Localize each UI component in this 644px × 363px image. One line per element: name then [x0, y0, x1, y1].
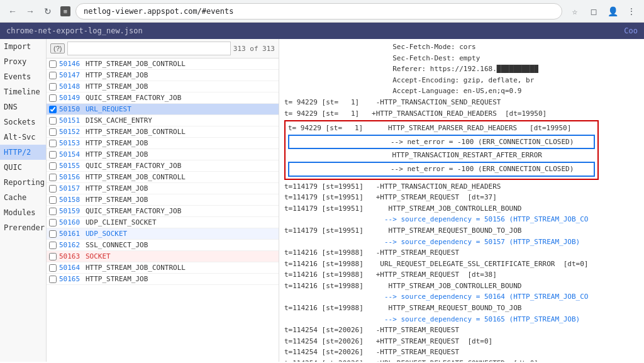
event-id-50157: 50157 — [59, 184, 83, 193]
event-id-50158: 50158 — [59, 196, 83, 204]
file-title: chrome-net-export-log_new.json — [6, 26, 143, 35]
event-name-50161: UDP_SOCKET — [86, 230, 127, 238]
event-50164[interactable]: 50164 HTTP_STREAM_JOB_CONTROLL — [47, 262, 279, 274]
detail-line-13: t=114179 [st=19951] +HTTP_STREAM_REQUEST… — [284, 192, 639, 203]
checkbox-50155[interactable] — [49, 162, 57, 170]
event-50149[interactable]: 50149 QUIC_STREAM_FACTORY_JOB — [47, 92, 279, 104]
sidebar-item-events[interactable]: Events — [0, 69, 46, 84]
checkbox-50148[interactable] — [49, 83, 57, 91]
event-id-50163: 50163 — [59, 252, 83, 260]
event-50156[interactable]: 50156 HTTP_STREAM_JOB_CONTROLL — [47, 172, 279, 183]
event-50165[interactable]: 50165 HTTP_STREAM_JOB — [47, 274, 279, 285]
event-id-50155: 50155 — [59, 162, 83, 170]
event-name-50146: HTTP_STREAM_JOB_CONTROLL — [86, 60, 186, 68]
detail-line-5: Accept-Language: en-US,en;q=0.9 — [284, 86, 639, 97]
checkbox-50154[interactable] — [49, 151, 57, 159]
title-bar-link[interactable]: Coo — [624, 26, 638, 35]
detail-line-10: HTTP_TRANSACTION_RESTART_AFTER_ERROR — [288, 150, 595, 161]
checkbox-50146[interactable] — [49, 60, 57, 68]
detail-line-9: --> net_error = -100 (ERR_CONNECTION_CLO… — [291, 137, 592, 148]
checkbox-50150[interactable] — [49, 106, 57, 113]
reload-button[interactable]: ↻ — [40, 4, 55, 19]
event-50159[interactable]: 50159 QUIC_STREAM_FACTORY_JOB — [47, 206, 279, 217]
content-area: (?) 313 of 313 50146 HTTP_STREAM_JOB_CON… — [47, 39, 644, 362]
sidebar-item-proxy[interactable]: Proxy — [0, 54, 46, 69]
profile-icon[interactable]: 👤 — [605, 4, 620, 19]
event-50152[interactable]: 50152 HTTP_STREAM_JOB_CONTROLL — [47, 126, 279, 138]
event-name-50149: QUIC_STREAM_FACTORY_JOB — [86, 94, 181, 102]
checkbox-50149[interactable] — [49, 94, 57, 102]
address-bar[interactable]: netlog-viewer.appspot.com/#events — [75, 3, 562, 20]
event-id-50153: 50153 — [59, 139, 83, 147]
event-50157[interactable]: 50157 HTTP_STREAM_JOB — [47, 183, 279, 194]
checkbox-50147[interactable] — [49, 72, 57, 79]
event-50161[interactable]: 50161 UDP_SOCKET — [47, 228, 279, 240]
event-50158[interactable]: 50158 HTTP_STREAM_JOB — [47, 194, 279, 206]
detail-line-23: t=114216 [st=19988] HTTP_STREAM_REQUEST_… — [284, 303, 639, 314]
event-name-50151: DISK_CACHE_ENTRY — [86, 116, 152, 125]
sidebar-item-import[interactable]: Import — [0, 39, 46, 54]
sidebar-item-timeline[interactable]: Timeline — [0, 84, 46, 99]
checkbox-50162[interactable] — [49, 242, 57, 249]
event-50148[interactable]: 50148 HTTP_STREAM_JOB — [47, 81, 279, 92]
event-50160[interactable]: 50160 UDP_CLIENT_SOCKET — [47, 217, 279, 228]
event-id-50148: 50148 — [59, 82, 83, 91]
detail-panel: Sec-Fetch-Mode: cors Sec-Fetch-Dest: emp… — [279, 39, 644, 362]
checkbox-50165[interactable] — [49, 276, 57, 283]
event-50162[interactable]: 50162 SSL_CONNECT_JOB — [47, 240, 279, 251]
detail-line-1: Sec-Fetch-Mode: cors — [284, 42, 639, 53]
checkbox-50161[interactable] — [49, 230, 57, 238]
checkbox-50157[interactable] — [49, 185, 57, 193]
sidebar-item-quic[interactable]: QUIC — [0, 160, 46, 175]
checkbox-50151[interactable] — [49, 117, 57, 125]
filter-input[interactable] — [67, 42, 230, 55]
checkbox-50164[interactable] — [49, 264, 57, 272]
event-id-50154: 50154 — [59, 150, 83, 159]
checkbox-50152[interactable] — [49, 128, 57, 136]
detail-line-18: t=114216 [st=19988] -HTTP_STREAM_REQUEST — [284, 247, 639, 259]
event-name-50153: HTTP_STREAM_JOB — [86, 139, 148, 147]
event-50150[interactable]: 50150 URL_REQUEST — [47, 104, 279, 115]
blue-highlight-1: --> net_error = -100 (ERR_CONNECTION_CLO… — [288, 135, 595, 150]
event-50154[interactable]: 50154 HTTP_STREAM_JOB — [47, 149, 279, 160]
event-50151[interactable]: 50151 DISK_CACHE_ENTRY — [47, 115, 279, 126]
sidebar-item-prerender[interactable]: Prerender — [0, 220, 46, 235]
event-id-50146: 50146 — [59, 60, 83, 68]
checkbox-50156[interactable] — [49, 174, 57, 181]
event-name-50150: URL_REQUEST — [86, 105, 131, 113]
detail-line-27: t=114254 [st=20026] -HTTP_STREAM_REQUEST — [284, 347, 639, 358]
event-name-50152: HTTP_STREAM_JOB_CONTROLL — [86, 128, 186, 136]
checkbox-50153[interactable] — [49, 140, 57, 147]
extension-icon[interactable]: □ — [586, 4, 601, 19]
event-50163[interactable]: 50163 SOCKET — [47, 251, 279, 262]
back-button[interactable]: ← — [5, 4, 20, 19]
sidebar-item-altsvc[interactable]: Alt-Svc — [0, 130, 46, 145]
sidebar-item-dns[interactable]: DNS — [0, 99, 46, 114]
detail-line-15: --> source_dependency = 50156 (HTTP_STRE… — [284, 214, 639, 225]
detail-line-26: t=114254 [st=20026] +HTTP_STREAM_REQUEST… — [284, 336, 639, 347]
sidebar-item-reporting[interactable]: Reporting — [0, 175, 46, 190]
detail-line-21: t=114216 [st=19988] HTTP_STREAM_JOB_CONT… — [284, 281, 639, 292]
sidebar-item-http2[interactable]: HTTP/2 — [0, 145, 46, 160]
event-name-50154: HTTP_STREAM_JOB — [86, 150, 148, 159]
event-id-50162: 50162 — [59, 241, 83, 249]
sidebar-item-sockets[interactable]: Sockets — [0, 114, 46, 130]
star-icon[interactable]: ☆ — [567, 4, 582, 19]
event-50155[interactable]: 50155 QUIC_STREAM_FACTORY_JOB — [47, 160, 279, 172]
menu-icon[interactable]: ⋮ — [624, 4, 639, 19]
sidebar-item-cache[interactable]: Cache — [0, 190, 46, 205]
event-50153[interactable]: 50153 HTTP_STREAM_JOB — [47, 138, 279, 149]
checkbox-50158[interactable] — [49, 196, 57, 204]
event-name-50157: HTTP_STREAM_JOB — [86, 184, 148, 193]
sidebar-item-modules[interactable]: Modules — [0, 205, 46, 220]
detail-line-22: --> source_dependency = 50164 (HTTP_STRE… — [284, 291, 639, 303]
checkbox-50159[interactable] — [49, 208, 57, 215]
event-50146[interactable]: 50146 HTTP_STREAM_JOB_CONTROLL — [47, 59, 279, 70]
event-id-50161: 50161 — [59, 230, 83, 238]
browser-action-icons: ☆ □ 👤 ⋮ — [567, 4, 639, 19]
help-button[interactable]: (?) — [50, 43, 65, 53]
checkbox-50163[interactable] — [49, 253, 57, 260]
checkbox-50160[interactable] — [49, 219, 57, 226]
event-50147[interactable]: 50147 HTTP_STREAM_JOB — [47, 70, 279, 81]
forward-button[interactable]: → — [23, 4, 38, 19]
